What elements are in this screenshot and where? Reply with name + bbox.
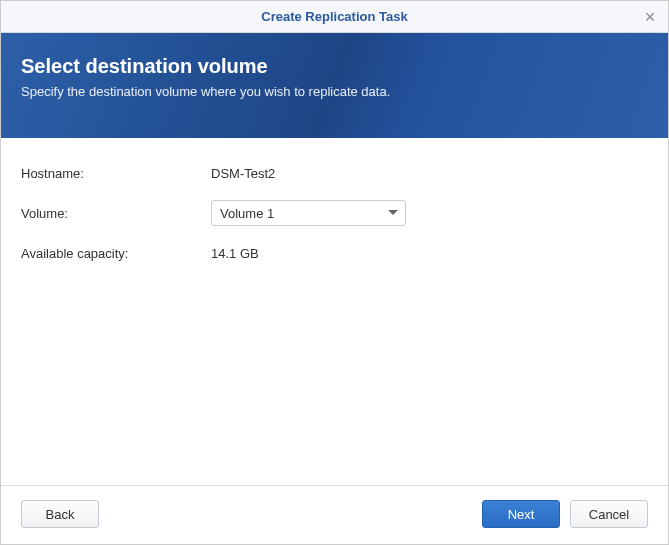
volume-selected-text: Volume 1 <box>220 206 274 221</box>
volume-select[interactable]: Volume 1 <box>211 200 406 226</box>
back-button[interactable]: Back <box>21 500 99 528</box>
close-icon[interactable]: × <box>642 9 658 25</box>
volume-label: Volume: <box>21 206 211 221</box>
hostname-value: DSM-Test2 <box>211 166 275 181</box>
volume-select-field[interactable]: Volume 1 <box>211 200 406 226</box>
banner: Select destination volume Specify the de… <box>1 33 668 138</box>
content-area: Hostname: DSM-Test2 Volume: Volume 1 Ava… <box>1 138 668 485</box>
footer-left: Back <box>21 500 99 528</box>
hostname-label: Hostname: <box>21 166 211 181</box>
volume-row: Volume: Volume 1 <box>21 200 648 226</box>
cancel-button[interactable]: Cancel <box>570 500 648 528</box>
footer-right: Next Cancel <box>482 500 648 528</box>
capacity-row: Available capacity: 14.1 GB <box>21 240 648 266</box>
capacity-label: Available capacity: <box>21 246 211 261</box>
wizard-dialog: Create Replication Task × Select destina… <box>0 0 669 545</box>
hostname-row: Hostname: DSM-Test2 <box>21 160 648 186</box>
banner-title: Select destination volume <box>21 55 648 78</box>
capacity-value: 14.1 GB <box>211 246 259 261</box>
banner-subtitle: Specify the destination volume where you… <box>21 84 648 99</box>
next-button[interactable]: Next <box>482 500 560 528</box>
titlebar: Create Replication Task × <box>1 1 668 33</box>
dialog-title: Create Replication Task <box>261 9 407 24</box>
footer: Back Next Cancel <box>1 485 668 544</box>
